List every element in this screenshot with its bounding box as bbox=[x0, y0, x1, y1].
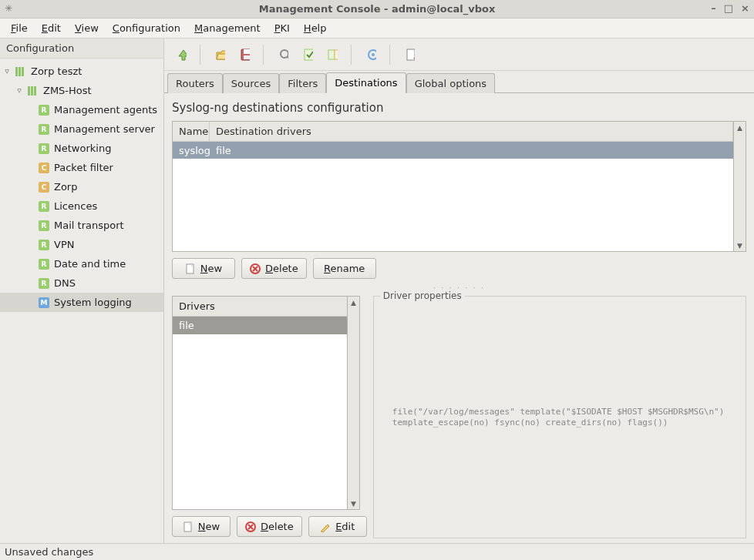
menu-edit[interactable]: Edit bbox=[35, 20, 67, 36]
tree-item-licences[interactable]: RLicences bbox=[0, 196, 163, 216]
tab-sources[interactable]: Sources bbox=[223, 73, 279, 93]
tab-routers[interactable]: Routers bbox=[167, 73, 223, 93]
status-badge: R bbox=[39, 220, 49, 231]
delete-icon bbox=[245, 521, 256, 532]
tree-item-vpn[interactable]: RVPN bbox=[0, 235, 163, 254]
maximize-button[interactable]: □ bbox=[724, 2, 733, 14]
toolbar-search-button[interactable] bbox=[272, 44, 294, 65]
destinations-scrollbar[interactable]: ▲ ▼ bbox=[734, 121, 746, 252]
toolbar bbox=[164, 39, 754, 71]
driver-properties-header: Driver properties bbox=[380, 290, 465, 301]
tree-item-label: Management server bbox=[54, 123, 155, 135]
tree-item-packet-filter[interactable]: CPacket filter bbox=[0, 158, 163, 177]
tree-root[interactable]: ▿ Zorp teszt bbox=[0, 62, 163, 81]
tree-item-label: DNS bbox=[54, 277, 76, 289]
toolbar-export-button[interactable] bbox=[399, 44, 420, 65]
left-panel: Configuration ▿ Zorp teszt ▿ ZMS-Host RM… bbox=[0, 39, 164, 543]
scroll-up-icon[interactable]: ▲ bbox=[348, 297, 359, 308]
menu-view[interactable]: View bbox=[69, 20, 105, 36]
collapse-icon[interactable]: ▿ bbox=[3, 66, 11, 76]
new-destination-button[interactable]: New bbox=[172, 258, 235, 279]
delete-destination-button[interactable]: Delete bbox=[241, 258, 307, 279]
tree-item-system-logging[interactable]: MSystem logging bbox=[0, 293, 163, 312]
menu-configuration[interactable]: Configuration bbox=[106, 20, 187, 36]
tree-item-label: Licences bbox=[54, 200, 97, 212]
tab-destinations[interactable]: Destinations bbox=[326, 72, 406, 93]
minimize-button[interactable]: – bbox=[711, 2, 716, 14]
cell-drivers: file bbox=[210, 145, 733, 156]
delete-driver-button[interactable]: Delete bbox=[237, 516, 302, 537]
edit-driver-button[interactable]: Edit bbox=[308, 516, 367, 537]
table-row[interactable]: syslogfile bbox=[173, 142, 733, 159]
status-badge: R bbox=[39, 143, 49, 154]
tree-item-mail-transport[interactable]: RMail transport bbox=[0, 216, 163, 235]
scroll-down-icon[interactable]: ▼ bbox=[348, 498, 359, 509]
tab-global-options[interactable]: Global options bbox=[406, 73, 495, 93]
menu-management[interactable]: Management bbox=[188, 20, 267, 36]
tree-item-management-agents[interactable]: RManagement agents bbox=[0, 100, 163, 119]
tree-item-label: VPN bbox=[54, 239, 74, 250]
tree-item-dns[interactable]: RDNS bbox=[0, 273, 163, 293]
status-badge: R bbox=[39, 278, 49, 289]
tree-item-zorp[interactable]: CZorp bbox=[0, 177, 163, 196]
left-panel-header: Configuration bbox=[0, 39, 163, 59]
statusbar: Unsaved changes bbox=[0, 543, 754, 560]
page-title: Syslog-ng destinations configuration bbox=[172, 99, 746, 116]
toolbar-separator bbox=[351, 45, 352, 65]
status-badge: C bbox=[39, 163, 49, 173]
tree-item-label: Mail transport bbox=[54, 220, 124, 231]
right-panel: Routers Sources Filters Destinations Glo… bbox=[164, 39, 754, 543]
tree-item-date-and-time[interactable]: RDate and time bbox=[0, 254, 163, 273]
tree-item-label: Packet filter bbox=[54, 162, 113, 173]
new-driver-button[interactable]: New bbox=[172, 516, 231, 537]
window-titlebar: ✳ Management Console - admin@local_vbox … bbox=[0, 0, 754, 18]
menu-help[interactable]: Help bbox=[298, 20, 333, 36]
edit-icon bbox=[320, 521, 331, 532]
tabbar: Routers Sources Filters Destinations Glo… bbox=[164, 71, 754, 92]
toolbar-check-button[interactable] bbox=[297, 44, 318, 65]
close-button[interactable]: × bbox=[741, 2, 749, 14]
tree-item-label: Date and time bbox=[54, 258, 126, 270]
scroll-up-icon[interactable]: ▲ bbox=[734, 122, 746, 133]
collapse-icon[interactable]: ▿ bbox=[15, 86, 23, 96]
status-badge: R bbox=[39, 105, 49, 116]
column-header-drivers[interactable]: Destination drivers bbox=[210, 122, 733, 141]
toolbar-separator bbox=[389, 45, 391, 65]
toolbar-open-button[interactable] bbox=[209, 44, 231, 65]
configuration-tree[interactable]: ▿ Zorp teszt ▿ ZMS-Host RManagement agen… bbox=[0, 59, 163, 543]
status-badge: R bbox=[39, 201, 49, 212]
document-icon bbox=[183, 521, 194, 532]
app-icon: ✳ bbox=[5, 3, 12, 14]
drivers-list[interactable]: Drivers file bbox=[172, 296, 348, 510]
svg-point-9 bbox=[372, 53, 375, 56]
menu-file[interactable]: File bbox=[5, 20, 34, 36]
tab-filters[interactable]: Filters bbox=[279, 73, 326, 93]
destinations-buttons: New Delete Rename bbox=[172, 257, 746, 280]
toolbar-settings-button[interactable] bbox=[360, 44, 382, 65]
rename-destination-button[interactable]: Rename bbox=[313, 258, 376, 279]
svg-rect-6 bbox=[328, 50, 335, 59]
svg-rect-7 bbox=[335, 50, 338, 59]
tree-item-label: Management agents bbox=[54, 104, 157, 116]
tree-host[interactable]: ▿ ZMS-Host bbox=[0, 81, 163, 100]
column-header-name[interactable]: Name bbox=[173, 122, 210, 141]
tree-item-label: Networking bbox=[54, 143, 111, 154]
tree-item-management-server[interactable]: RManagement server bbox=[0, 119, 163, 139]
driver-properties-box: Driver properties file("/var/log/message… bbox=[373, 296, 746, 538]
window-title: Management Console - admin@local_vbox bbox=[259, 3, 496, 15]
svg-line-4 bbox=[288, 57, 288, 60]
menubar: File Edit View Configuration Management … bbox=[0, 18, 754, 39]
tree-root-label: Zorp teszt bbox=[31, 65, 82, 77]
scroll-down-icon[interactable]: ▼ bbox=[734, 240, 746, 251]
destinations-table[interactable]: Name Destination drivers syslogfile bbox=[172, 121, 734, 252]
menu-pki[interactable]: PKI bbox=[268, 20, 296, 36]
svg-point-3 bbox=[281, 50, 288, 58]
document-icon bbox=[185, 263, 196, 274]
status-badge: R bbox=[39, 259, 49, 270]
tree-item-networking[interactable]: RNetworking bbox=[0, 139, 163, 158]
toolbar-diff-button[interactable] bbox=[321, 44, 343, 65]
toolbar-up-button[interactable] bbox=[170, 44, 192, 65]
drivers-scrollbar[interactable]: ▲ ▼ bbox=[348, 296, 360, 510]
toolbar-save-button[interactable] bbox=[234, 44, 255, 65]
list-item[interactable]: file bbox=[173, 317, 347, 334]
